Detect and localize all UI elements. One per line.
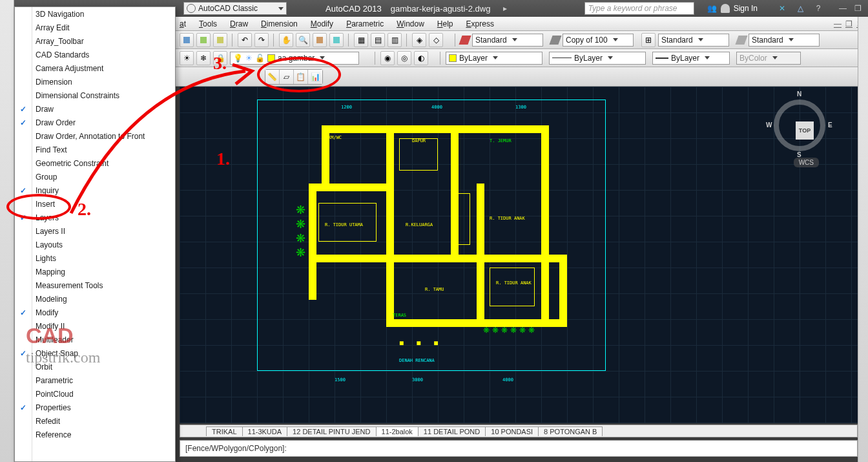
tool-button[interactable]: ▥ [388, 33, 402, 47]
left-tool-strip[interactable] [0, 0, 14, 462]
right-tool-strip[interactable] [858, 17, 868, 462]
layout-tab[interactable]: 11-2balok [376, 426, 418, 436]
menu-help[interactable]: Help [437, 19, 453, 28]
layout-tab[interactable]: 12 DETAIL PINTU JEND [287, 426, 376, 436]
toolbar-menu-item[interactable]: ✓Properties [15, 401, 175, 414]
menu-dimension[interactable]: Dimension [261, 19, 298, 28]
menu-draw[interactable]: Draw [230, 19, 248, 28]
toolbar-menu-item[interactable]: Mapping [15, 265, 175, 278]
toolbar-menu-item[interactable]: CAD Standards [15, 48, 175, 61]
toolbar-menu-item[interactable]: Insert [15, 197, 175, 211]
layer-dropdown[interactable]: 💡☀🔓 aa gambar [230, 52, 359, 65]
zoom-button[interactable]: 🔍 [296, 33, 310, 47]
layer-tool-button[interactable]: ◐ [414, 51, 428, 65]
tool-button[interactable]: ▦ [354, 33, 368, 47]
menu-window[interactable]: Window [397, 19, 424, 28]
toolbar-menu-item[interactable]: Parametric [15, 373, 175, 387]
layout-tab[interactable]: 8 POTONGAN B [538, 426, 603, 436]
toolbar-menu-item[interactable]: Dimension [15, 75, 175, 89]
minimize-button[interactable]: — [839, 4, 847, 13]
tool-button[interactable] [180, 33, 194, 47]
compass-e[interactable]: E [828, 121, 832, 129]
layer-button[interactable]: ❄ [196, 51, 211, 65]
viewcube-top[interactable]: TOP [796, 121, 814, 140]
dim-style-dropdown[interactable]: Standard [658, 34, 729, 47]
tool-button[interactable]: ◇ [429, 33, 443, 47]
compass-n[interactable]: N [797, 90, 801, 98]
app-title: AutoCAD 2013 [326, 4, 382, 14]
toolbar-menu-item[interactable]: ✓Layers [15, 211, 175, 224]
restore-button[interactable]: ❐ [854, 4, 862, 13]
menu-tools[interactable]: Tools [199, 19, 217, 28]
layer-button[interactable]: 🔒 [213, 51, 227, 65]
drawing-canvas[interactable]: KM/WC DAPUR T. JEMUR R. TIDUR UTAMA R.KE… [180, 87, 858, 423]
menu-express[interactable]: Express [466, 19, 494, 28]
toolbar-menu-item[interactable]: Measurement Tools [15, 278, 175, 292]
dropdown-arrow-icon[interactable]: ▸ [503, 4, 507, 13]
redo-button[interactable]: ↷ [254, 33, 269, 47]
view-cube[interactable]: TOP N E S W [774, 100, 825, 151]
toolbar-menu-item[interactable]: Camera Adjustment [15, 61, 175, 75]
sign-in-area[interactable]: 👥 Sign In [707, 4, 758, 13]
list-button[interactable]: 📊 [308, 70, 322, 84]
toolbar-menu-item[interactable]: Geometric Constraint [15, 156, 175, 170]
tool-button[interactable]: ▤ [371, 33, 385, 47]
toolbar-menu-item[interactable]: Array_Toolbar [15, 34, 175, 48]
search-input[interactable]: Type a keyword or phrase [584, 2, 694, 15]
toolbar-menu-item[interactable]: Reference [15, 428, 175, 441]
toolbar-menu-item[interactable]: Layers II [15, 224, 175, 238]
exchange-icon[interactable]: ✕ [777, 3, 787, 14]
toolbar-menu-item[interactable]: Dimensional Constraints [15, 89, 175, 102]
layer-tool-button[interactable]: ◎ [397, 51, 411, 65]
tool-button[interactable]: ◈ [412, 33, 426, 47]
wcs-indicator[interactable]: WCS [794, 158, 819, 167]
lineweight-dropdown[interactable]: ByLayer [652, 52, 730, 65]
layout-tab[interactable]: 10 PONDASI [485, 426, 539, 436]
area-button[interactable]: ▱ [280, 70, 294, 84]
menu-modify[interactable]: Modify [311, 19, 333, 28]
layout-tab[interactable]: 11-3KUDA [242, 426, 288, 436]
toolbar-menu-item[interactable]: Array Edit [15, 21, 175, 34]
tool-button[interactable] [313, 33, 327, 47]
menu-at[interactable]: at [180, 19, 186, 28]
table-style-dropdown[interactable]: Standard [749, 34, 820, 47]
doc-minimize-button[interactable]: — [834, 19, 842, 28]
toolbar-menu-item[interactable]: PointCloud [15, 387, 175, 401]
text-style-dropdown[interactable]: Standard [472, 34, 543, 47]
annotation-scale-dropdown[interactable]: Copy of 100 [563, 34, 634, 47]
layer-button[interactable]: ☀ [180, 51, 194, 65]
compass-w[interactable]: W [766, 121, 772, 129]
toolbar-menu-item[interactable]: ✓Inquiry [15, 184, 175, 197]
command-prompt: [Fence/WPolygon/CPolygon]: [185, 444, 287, 453]
color-dropdown[interactable]: ByLayer [446, 52, 542, 65]
layout-tab[interactable]: 11 DETAIL POND [418, 426, 486, 436]
distance-button[interactable]: 📏 [265, 70, 280, 84]
help-icon[interactable]: ? [813, 3, 823, 14]
toolbar-menu-item[interactable]: ✓Modify [15, 306, 175, 319]
tool-button[interactable] [213, 33, 227, 47]
region-button[interactable]: 📋 [294, 70, 308, 84]
toolbar-menu-item[interactable]: Layouts [15, 238, 175, 251]
workspace-dropdown[interactable]: AutoCAD Classic [183, 2, 287, 15]
layout-tab[interactable]: TRIKAL [206, 426, 243, 436]
toolbar-menu-item[interactable]: Group [15, 170, 175, 184]
toolbar-menu-item[interactable]: Modeling [15, 292, 175, 306]
layer-tool-button[interactable]: ◉ [380, 51, 395, 65]
plotstyle-dropdown[interactable]: ByColor [736, 52, 801, 65]
linetype-dropdown[interactable]: ByLayer [549, 52, 646, 65]
autodesk-icon[interactable]: △ [795, 3, 805, 14]
toolbar-menu-item[interactable]: Lights [15, 251, 175, 265]
toolbar-menu-item[interactable]: ✓Draw [15, 102, 175, 116]
doc-restore-button[interactable]: ❐ [845, 19, 852, 28]
toolbar-menu-item[interactable]: Refedit [15, 414, 175, 428]
tool-button[interactable] [329, 33, 344, 47]
toolbar-menu-item[interactable]: ✓Draw Order [15, 116, 175, 129]
tool-button[interactable] [196, 33, 211, 47]
command-line[interactable]: [Fence/WPolygon/CPolygon]: [180, 440, 858, 457]
pan-button[interactable]: ✋ [279, 33, 293, 47]
toolbar-menu-item[interactable]: Draw Order, Annotation to Front [15, 129, 175, 143]
toolbar-menu-item[interactable]: 3D Navigation [15, 7, 175, 21]
undo-button[interactable]: ↶ [238, 33, 252, 47]
toolbar-menu-item[interactable]: Find Text [15, 143, 175, 156]
menu-parametric[interactable]: Parametric [346, 19, 384, 28]
